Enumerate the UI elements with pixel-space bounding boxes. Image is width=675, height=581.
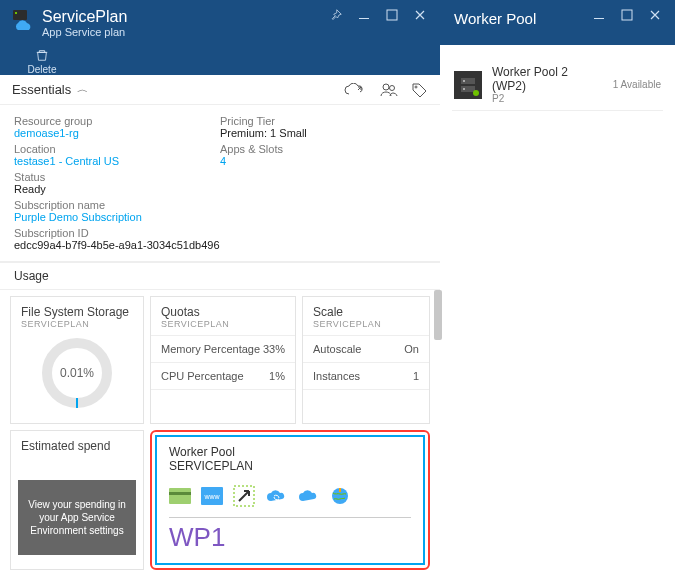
cloud-sync-icon [265,485,287,507]
maximize-icon[interactable] [613,4,641,26]
pin-icon[interactable] [322,4,350,26]
blade-header: ServicePlan App Service plan Delete [0,0,440,75]
svg-rect-3 [15,12,17,14]
subscription-name-link[interactable]: Purple Demo Subscription [14,211,220,223]
page-title: ServicePlan [42,8,127,26]
scrollbar[interactable] [434,290,442,340]
blade-serviceplan: ServicePlan App Service plan Delete Esse… [0,0,440,581]
tile-worker-pool-highlight: Worker Pool SERVICEPLAN www WP1 [150,430,430,570]
pricing-tier-label: Pricing Tier [220,115,426,127]
svg-rect-19 [463,88,465,90]
worker-pool-name: Worker Pool 2 (WP2) [492,65,603,93]
svg-rect-2 [13,10,27,20]
server-icon [454,71,482,99]
svg-rect-7 [169,488,191,504]
maximize-icon[interactable] [378,4,406,26]
svg-rect-8 [169,492,191,495]
svg-text:www: www [203,493,220,500]
apps-slots-link[interactable]: 4 [220,155,426,167]
fs-value: 0.01% [60,366,94,380]
tile-estimated-spend[interactable]: Estimated spend View your spending in yo… [10,430,144,570]
worker-pool-size: P2 [492,93,603,104]
users-icon[interactable] [380,83,398,97]
scale-out-icon [233,485,255,507]
globe-icon [329,485,351,507]
svg-rect-13 [339,488,341,492]
scale-row: Instances1 [303,363,429,390]
close-icon[interactable] [641,4,669,26]
minimize-icon[interactable] [585,4,613,26]
close-icon[interactable] [406,4,434,26]
apps-slots-label: Apps & Slots [220,143,426,155]
status-value: Ready [14,183,220,195]
worker-pool-value: WP1 [169,522,411,553]
scale-row: AutoscaleOn [303,336,429,363]
delete-button[interactable]: Delete [22,48,62,75]
location-label: Location [14,143,220,155]
resource-group-link[interactable]: demoase1-rg [14,127,220,139]
subscription-id-value: edcc99a4-b7f9-4b5e-a9a1-3034c51db496 [14,239,220,251]
svg-point-5 [390,85,395,90]
tile-quotas[interactable]: Quotas SERVICEPLAN Memory Percentage33% … [150,296,296,424]
svg-rect-15 [622,10,632,20]
cloud-link-icon[interactable] [344,83,366,97]
quota-row: Memory Percentage33% [151,336,295,363]
www-icon: www [201,485,223,507]
svg-point-6 [415,86,417,88]
worker-pool-available: 1 Available [613,79,661,90]
svg-rect-18 [463,80,465,82]
svg-rect-14 [594,18,604,19]
estimated-spend-message: View your spending in your App Service E… [18,480,136,555]
tag-icon[interactable] [412,83,428,97]
resource-group-label: Resource group [14,115,220,127]
blade-worker-pool: Worker Pool Worker Pool 2 (WP2) P2 1 Ava… [440,0,675,581]
location-link[interactable]: testase1 - Central US [14,155,220,167]
serviceplan-icon [10,8,34,32]
essentials-toggle[interactable]: Essentials ︿ [0,75,440,105]
svg-rect-1 [387,10,397,20]
chevron-up-icon: ︿ [77,84,89,96]
svg-rect-0 [359,18,369,19]
worker-pool-item[interactable]: Worker Pool 2 (WP2) P2 1 Available [452,59,663,111]
card-icon [169,485,191,507]
minimize-icon[interactable] [350,4,378,26]
tile-scale[interactable]: Scale SERVICEPLAN AutoscaleOn Instances1 [302,296,430,424]
svg-point-4 [383,84,389,90]
tile-file-system-storage[interactable]: File System Storage SERVICEPLAN 0.01% [10,296,144,424]
subscription-id-label: Subscription ID [14,227,220,239]
usage-header: Usage [0,262,440,290]
page-subtitle: App Service plan [42,26,127,38]
quota-row: CPU Percentage1% [151,363,295,390]
essentials-body: Resource group demoase1-rg Location test… [0,105,440,262]
status-label: Status [14,171,220,183]
tile-worker-pool[interactable]: Worker Pool SERVICEPLAN www WP1 [155,435,425,565]
pricing-tier-value: Premium: 1 Small [220,127,426,139]
cloud-icon [297,485,319,507]
subscription-name-label: Subscription name [14,199,220,211]
